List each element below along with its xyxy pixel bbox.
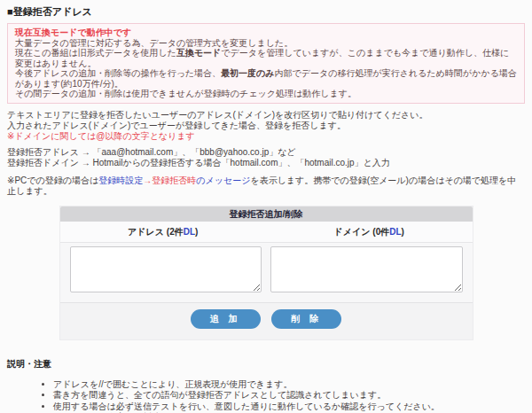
intro-line: 入力されたアドレス(ドメイン)でユーザーが登録してきた場合、登録を拒否します。: [7, 121, 525, 131]
domain-textarea[interactable]: [270, 246, 463, 292]
reject-address-example-line: 登録拒否アドレス → 「aaa@hotmail.com」、「bbb@yahoo.…: [7, 147, 525, 158]
add-button[interactable]: 追 加: [191, 309, 261, 329]
note-item: アドレスを//で囲むことにより、正規表現が使用できます。: [53, 379, 525, 391]
domain-header-label: ドメイン (0件: [334, 227, 390, 237]
domain-red-note: ※ドメインに関しては@以降の文字となります: [7, 131, 525, 142]
notice-line: 現在この番組は旧形式データを使用した互換モードでデータを管理していますが、このま…: [15, 48, 517, 68]
reject-add-delete-table: 登録拒否追加/削除 アドレス (2件DL) ドメイン (0件DL) 追 加 削 …: [59, 206, 473, 340]
notice-text: 今後アドレスの追加・削除等の操作を行った場合、: [15, 68, 221, 78]
address-header-label: アドレス (2件: [128, 227, 184, 237]
compat-mode-notice-box: 現在互換モードで動作中です 大量データの管理に対応する為、データの管理方式を変更…: [7, 23, 525, 104]
address-textarea[interactable]: [70, 246, 262, 292]
address-dl-link[interactable]: DL: [184, 227, 195, 237]
notice-text: 現在この番組は旧形式データを使用した: [15, 48, 176, 58]
pc-note-text: ※PCでの登録の場合は: [7, 175, 98, 185]
address-cell: [66, 246, 267, 294]
notice-line: 今後アドレスの追加・削除等の操作を行った場合、最初一度のみ内部でデータの移行処理…: [15, 68, 517, 89]
notice-line: 大量データの管理に対応する為、データの管理方式を変更しました。: [15, 38, 517, 49]
note-item: 使用する場合は必ず送信テストを行い、意図した通りに動作しているか確認を行ってくだ…: [53, 401, 525, 413]
note-item: 書き方を間違うと、全ての語句が登録拒否アドレスとして認識されてしまいます。: [53, 390, 525, 401]
notice-bold-text: 互換モード: [176, 48, 221, 58]
column-header-row: アドレス (2件DL) ドメイン (0件DL): [60, 222, 473, 243]
table-caption: 登録拒否追加/削除: [60, 206, 473, 222]
textarea-row: [60, 243, 473, 302]
intro-line: テキストエリアに登録を拒否したいユーザーのアドレス(ドメイン)を改行区切りで貼り…: [7, 110, 525, 121]
reject-domain-example-line: 登録拒否ドメイン → Hotmailからの登録拒否する場合「hotmail.co…: [7, 158, 525, 168]
page-title: ■登録拒否アドレス: [7, 5, 525, 19]
domain-cell: [266, 246, 467, 294]
domain-header-close: ): [402, 227, 404, 237]
notice-line: その間データの追加・削除は使用できませんが登録時のチェック処理は動作します。: [15, 89, 517, 99]
reject-message-link[interactable]: のメッセージ: [196, 175, 250, 185]
notes-heading: 説明・注意: [7, 358, 525, 370]
pc-note-red-text: →登録拒否時: [143, 175, 196, 185]
inline-examples-block: 登録拒否アドレス → 「aaa@hotmail.com」、「bbb@yahoo.…: [7, 147, 525, 168]
address-column-header: アドレス (2件DL): [60, 222, 267, 242]
pc-registration-note: ※PCでの登録の場合は登録時設定→登録拒否時のメッセージを表示します。携帯での登…: [7, 175, 525, 197]
address-header-close: ): [195, 227, 198, 237]
notice-headline: 現在互換モードで動作中です: [15, 27, 517, 38]
notice-bold-text: 最初一度のみ: [221, 68, 274, 78]
button-row: 追 加 削 除: [60, 302, 473, 339]
domain-dl-link[interactable]: DL: [389, 227, 401, 237]
registration-settings-link[interactable]: 登録時設定: [98, 175, 143, 185]
delete-button[interactable]: 削 除: [271, 309, 341, 329]
intro-block: テキストエリアに登録を拒否したいユーザーのアドレス(ドメイン)を改行区切りで貼り…: [7, 110, 525, 142]
domain-column-header: ドメイン (0件DL): [266, 222, 473, 242]
notes-list: アドレスを//で囲むことにより、正規表現が使用できます。 書き方を間違うと、全て…: [53, 379, 525, 413]
